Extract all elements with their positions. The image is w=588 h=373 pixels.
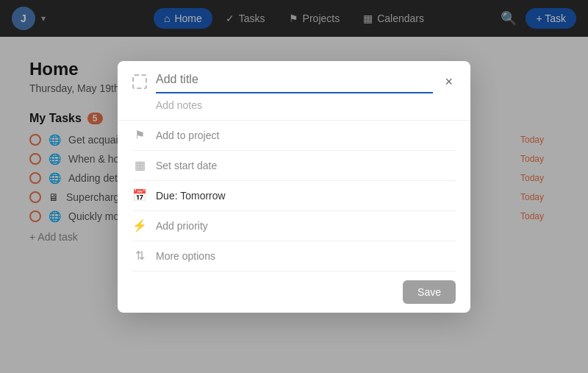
add-to-project-label: Add to project xyxy=(156,129,219,141)
due-date-row[interactable]: 📅 Due: Tomorrow xyxy=(132,181,456,211)
more-options-label: More options xyxy=(156,250,215,262)
modal-header: × xyxy=(118,61,470,93)
priority-icon: ⚡ xyxy=(132,219,147,233)
modal-footer: Save xyxy=(118,271,470,313)
modal-notes: Add notes xyxy=(118,93,470,121)
set-start-date-row[interactable]: ▦ Set start date xyxy=(132,151,456,181)
modal-overlay: × Add notes ⚑ Add to project ▦ Set start… xyxy=(0,0,588,373)
modal-options: ⚑ Add to project ▦ Set start date 📅 Due:… xyxy=(118,121,470,271)
due-date-label: Due: Tomorrow xyxy=(156,190,226,202)
set-start-date-label: Set start date xyxy=(156,160,217,171)
calendar-start-icon: ▦ xyxy=(132,158,147,173)
modal-task-checkbox[interactable] xyxy=(132,74,147,89)
modal-dialog: × Add notes ⚑ Add to project ▦ Set start… xyxy=(118,61,470,313)
more-options-row[interactable]: ⇅ More options xyxy=(132,241,456,271)
save-button[interactable]: Save xyxy=(403,280,456,304)
flag-icon: ⚑ xyxy=(132,128,147,143)
add-to-project-row[interactable]: ⚑ Add to project xyxy=(132,121,456,151)
modal-title-input[interactable] xyxy=(156,73,433,86)
modal-close-button[interactable]: × xyxy=(442,71,456,93)
more-options-icon: ⇅ xyxy=(132,249,147,263)
modal-notes-label: Add notes xyxy=(156,99,202,111)
calendar-due-icon: 📅 xyxy=(132,188,147,203)
modal-title-area xyxy=(156,73,433,93)
add-priority-row[interactable]: ⚡ Add priority xyxy=(132,211,456,241)
add-priority-label: Add priority xyxy=(156,220,208,232)
